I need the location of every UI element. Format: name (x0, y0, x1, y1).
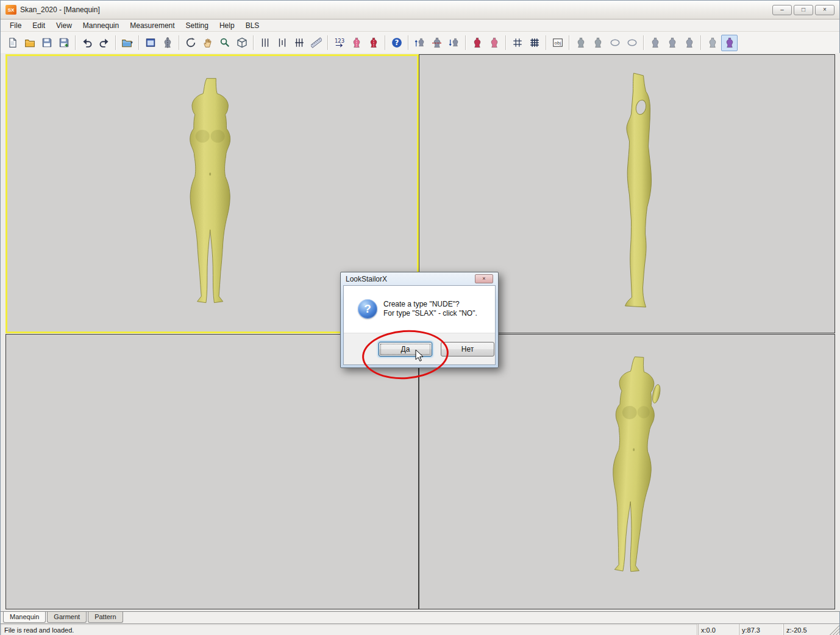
new-file-icon[interactable] (4, 35, 21, 51)
grid-dense-icon[interactable] (526, 35, 543, 51)
menu-item-edit[interactable]: Edit (27, 20, 51, 31)
mannequin-small-1-icon[interactable] (647, 35, 663, 51)
body-raise-icon[interactable] (411, 35, 428, 51)
tab-pattern[interactable]: Pattern (88, 612, 123, 623)
measure-123-icon[interactable] (331, 35, 347, 51)
mannequin-oval-2-icon[interactable] (624, 35, 640, 51)
menu-item-file[interactable]: File (4, 20, 27, 31)
mannequin-perspective-view (601, 343, 668, 590)
toolbar: ▾ (1, 32, 839, 54)
toolbar-separator (327, 35, 328, 50)
mouse-cursor (415, 349, 425, 363)
toolbar-separator (138, 35, 139, 50)
menu-item-setting[interactable]: Setting (180, 20, 214, 31)
obj-export-icon[interactable] (549, 35, 566, 51)
mannequin-gray-1-icon[interactable] (572, 35, 589, 51)
title-bar[interactable]: SX Skan_2020 - [Manequin] – □ × (1, 1, 839, 20)
redo-icon[interactable] (96, 35, 112, 51)
resize-grip[interactable] (830, 624, 839, 635)
status-coord-x: x:0.0 (697, 624, 738, 635)
mannequin-plain-icon[interactable] (704, 35, 721, 51)
pan-hand-icon[interactable] (199, 35, 216, 51)
status-coord-y: y:87.3 (738, 624, 783, 635)
save-icon[interactable] (38, 35, 55, 51)
toolbar-separator (408, 35, 408, 50)
mannequin-front-view (177, 69, 247, 316)
toolbar-separator (75, 35, 76, 50)
status-bar: File is read and loaded. x:0.0 y:87.3 z:… (1, 623, 839, 635)
mannequin-side-view (615, 69, 667, 313)
status-message: File is read and loaded. (1, 624, 697, 635)
rotate-view-icon[interactable] (182, 35, 199, 51)
toolbar-separator (700, 35, 701, 50)
dialog-body: ? Create a type "NUDE"? For type "SLAX" … (344, 286, 495, 333)
toolbar-separator (465, 35, 466, 50)
dialog-close-button[interactable]: × (475, 274, 493, 283)
toolbar-separator (115, 35, 116, 50)
menu-item-bls[interactable]: BLS (240, 20, 265, 31)
mannequin-small-3-icon[interactable] (681, 35, 697, 51)
align-width-icon[interactable] (274, 35, 290, 51)
app-icon: SX (5, 5, 16, 15)
body-red-outline-icon[interactable] (486, 35, 502, 51)
measure-body-pink-icon[interactable] (348, 35, 365, 51)
toolbar-separator (385, 35, 385, 50)
dialog-message-line2: For type "SLAX" - click "NO". (383, 309, 477, 318)
no-button[interactable]: Нет (441, 342, 494, 357)
mannequin-oval-1-icon[interactable] (607, 35, 623, 51)
maximize-button[interactable]: □ (794, 5, 813, 15)
close-button[interactable]: × (815, 5, 835, 15)
dialog-title-bar[interactable]: LookStailorX × (343, 272, 496, 285)
undo-icon[interactable] (79, 35, 95, 51)
toolbar-separator (546, 35, 546, 50)
menu-item-help[interactable]: Help (214, 20, 240, 31)
mannequin-purple-icon[interactable] (721, 35, 738, 51)
minimize-button[interactable]: – (772, 5, 792, 15)
align-height-icon[interactable] (257, 35, 273, 51)
align-depth-icon[interactable] (291, 35, 307, 51)
dialog-message-line1: Create a type "NUDE"? (383, 300, 477, 309)
open-model-icon[interactable]: ▾ (119, 35, 135, 51)
mannequin-gray-2-icon[interactable] (589, 35, 606, 51)
ruler-icon[interactable] (308, 35, 324, 51)
toolbar-separator (643, 35, 644, 50)
dialog-message: Create a type "NUDE"? For type "SLAX" - … (383, 299, 477, 333)
chevron-down-icon: ▾ (130, 40, 133, 45)
open-file-icon[interactable] (21, 35, 38, 51)
cube-view-icon[interactable] (233, 35, 250, 51)
toolbar-separator (505, 35, 506, 50)
save-all-icon[interactable] (55, 35, 72, 51)
body-trim-icon[interactable] (429, 35, 445, 51)
mirror-body-icon[interactable] (159, 35, 176, 51)
tab-manequin[interactable]: Manequin (3, 612, 46, 623)
grid-icon[interactable] (509, 35, 525, 51)
mannequin-small-2-icon[interactable] (664, 35, 680, 51)
zoom-icon[interactable] (216, 35, 233, 51)
menu-item-measurement[interactable]: Measurement (124, 20, 180, 31)
menu-item-mannequin[interactable]: Mannequin (77, 20, 124, 31)
window-title: Skan_2020 - [Manequin] (20, 5, 100, 14)
measure-body-red-icon[interactable] (365, 35, 382, 51)
question-icon: ? (358, 299, 377, 319)
viewport-layout-icon[interactable] (142, 35, 158, 51)
dialog-title: LookStailorX (346, 275, 387, 283)
tab-garment[interactable]: Garment (47, 612, 87, 623)
body-lower-icon[interactable] (446, 35, 462, 51)
toolbar-separator (569, 35, 569, 50)
help-icon[interactable] (388, 35, 405, 51)
menu-bar: FileEditViewMannequinMeasurementSettingH… (1, 20, 839, 32)
toolbar-separator (253, 35, 254, 50)
viewport-empty[interactable] (5, 334, 419, 609)
window-controls: – □ × (772, 5, 835, 15)
toolbar-separator (179, 35, 179, 50)
status-coord-z: z:-20.5 (783, 624, 830, 635)
menu-item-view[interactable]: View (51, 20, 77, 31)
body-red-fill-icon[interactable] (469, 35, 485, 51)
viewport-perspective[interactable] (419, 334, 835, 609)
tab-bar: ManequinGarmentPattern (1, 611, 839, 623)
